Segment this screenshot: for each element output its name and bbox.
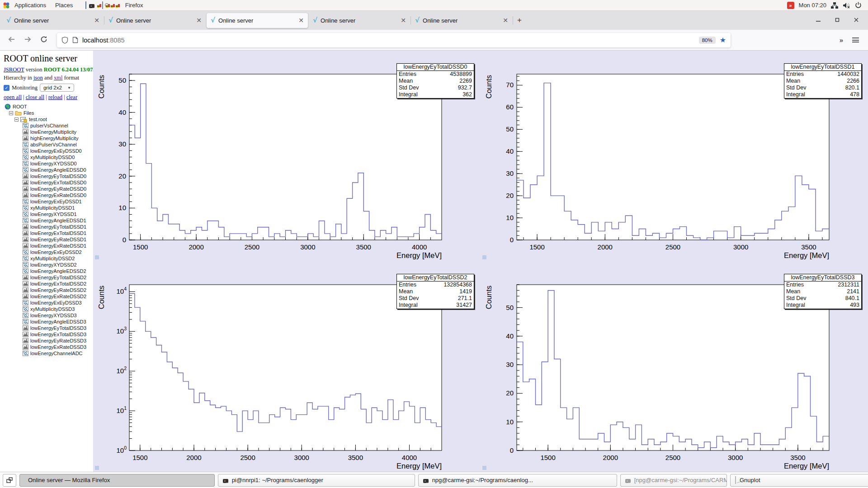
collapse-expander[interactable]	[9, 111, 13, 115]
tab-close-icon[interactable]: ✕	[401, 17, 406, 23]
tree-item-lowEnergyEyRateDSSD0[interactable]: lowEnergyEyRateDSSD0	[4, 186, 93, 192]
taskbar-button-5[interactable]: Gnuplot	[730, 474, 868, 487]
page-info-icon[interactable]	[72, 37, 78, 43]
action-open-all[interactable]: open all	[4, 94, 22, 100]
shield-icon[interactable]	[61, 37, 68, 44]
tree-item-lowEnergyExRateDSSD0[interactable]: lowEnergyExRateDSSD0	[4, 192, 93, 198]
page-zoom-indicator[interactable]: 80%	[699, 37, 716, 44]
tab-online-server-4[interactable]: √Online server✕	[309, 13, 410, 28]
tree-item-test-root[interactable]: test.root	[4, 116, 93, 122]
window-maximize-button[interactable]	[835, 17, 840, 23]
tree-item-files[interactable]: Files	[4, 110, 93, 116]
tree-item-absPulserVsChannel[interactable]: absPulserVsChannel	[4, 141, 93, 148]
tree-item-lowEnergyEyRateDSSD1[interactable]: lowEnergyEyRateDSSD1	[4, 236, 93, 243]
plot-panel-lowEnergyEyTotalDSSD3[interactable]: 1500200025003000350001020304050Energy [M…	[481, 261, 868, 472]
tab-close-icon[interactable]: ✕	[503, 17, 508, 23]
taskbar-button-2[interactable]: ›_pi@nnrpi1: ~/Programs/caenlogger	[218, 474, 415, 487]
tree-item-lowEnergyExTotalDSSD2[interactable]: lowEnergyExTotalDSSD2	[4, 281, 93, 287]
tree-item-lowEnergyEyRateDSSD3[interactable]: lowEnergyEyRateDSSD3	[4, 338, 93, 344]
action-reload[interactable]: reload	[48, 94, 62, 100]
tab-close-icon[interactable]: ✕	[196, 17, 202, 23]
tree-item-lowEnergyEyTotalDSSD1[interactable]: lowEnergyEyTotalDSSD1	[4, 224, 93, 230]
tree-item-pulserVsChannel[interactable]: pulserVsChannel	[4, 122, 93, 129]
tree-item-lowEnergyExRateDSSD2[interactable]: lowEnergyExRateDSSD2	[4, 293, 93, 300]
taskbar-button-4[interactable]: ›_[npg@carme-gsi:~/Programs/CARME...	[620, 474, 727, 487]
tree-item-lowEnergyAngleEDSSD2[interactable]: lowEnergyAngleEDSSD2	[4, 268, 93, 274]
action-close-all[interactable]: close all	[26, 94, 44, 100]
tree-item-xyMultiplicityDSSD2[interactable]: xyMultiplicityDSSD2	[4, 255, 93, 262]
tree-item-lowEnergyEyTotalDSSD0[interactable]: lowEnergyEyTotalDSSD0	[4, 173, 93, 179]
new-tab-button[interactable]: +	[513, 14, 526, 27]
tree-item-lowEnergyExTotalDSSD0[interactable]: lowEnergyExTotalDSSD0	[4, 179, 93, 186]
action-clear[interactable]: clear	[66, 94, 77, 100]
layout-select[interactable]: grid 2x2▼	[40, 84, 74, 92]
tree-item-lowEnergyExTotalDSSD1[interactable]: lowEnergyExTotalDSSD1	[4, 230, 93, 236]
pad-resize-handle[interactable]	[95, 466, 99, 470]
tab-close-icon[interactable]: ✕	[94, 17, 99, 23]
tab-online-server-3[interactable]: √Online server✕	[207, 13, 308, 28]
tree-item-lowEnergyXYDSSD1[interactable]: lowEnergyXYDSSD1	[4, 211, 93, 217]
window-list-icon[interactable]	[3, 474, 16, 487]
overflow-chevrons-icon[interactable]: »	[840, 36, 843, 44]
plot-panel-lowEnergyEyTotalDSSD1[interactable]: 15002000250030003500010203040506070Energ…	[481, 51, 868, 261]
collapse-expander[interactable]	[14, 117, 19, 122]
tree-item-lowEnergyExEyDSSD3[interactable]: lowEnergyExEyDSSD3	[4, 300, 93, 306]
menu-applications[interactable]: Applications	[10, 0, 51, 10]
tree-item-lowEnergyXYDSSD0[interactable]: lowEnergyXYDSSD0	[4, 160, 93, 167]
back-button[interactable]	[5, 36, 18, 45]
window-minimize-button[interactable]	[816, 17, 821, 23]
pad-resize-handle[interactable]	[95, 255, 99, 259]
tree-item-lowEnergyAngleEDSSD0[interactable]: lowEnergyAngleEDSSD0	[4, 167, 93, 173]
power-icon[interactable]	[855, 2, 862, 9]
tree-item-lowEnergyExTotalDSSD3[interactable]: lowEnergyExTotalDSSD3	[4, 331, 93, 338]
menu-places[interactable]: Places	[51, 0, 77, 10]
tab-online-server-2[interactable]: √Online server✕	[104, 13, 206, 28]
plot-panel-lowEnergyEyTotalDSSD0[interactable]: 15002000250030003500400001020304050Energ…	[93, 51, 481, 261]
tree-item-lowEnergyExRateDSSD3[interactable]: lowEnergyExRateDSSD3	[4, 344, 93, 350]
pad-resize-handle[interactable]	[482, 255, 486, 259]
midas-icon[interactable]: M	[111, 2, 113, 9]
tree-item-lowEnergyExEyDSSD0[interactable]: lowEnergyExEyDSSD0	[4, 148, 93, 154]
tree-item-lowEnergyMultiplicity[interactable]: lowEnergyMultiplicity	[4, 129, 93, 135]
screenshot-tool-icon[interactable]	[102, 2, 103, 9]
json-link[interactable]: json	[33, 75, 43, 81]
tree-item-lowEnergyEyRateDSSD2[interactable]: lowEnergyEyRateDSSD2	[4, 287, 93, 293]
pad-resize-handle[interactable]	[482, 466, 486, 470]
window-close-button[interactable]	[854, 17, 859, 23]
network-icon[interactable]	[831, 2, 838, 9]
midas-icon[interactable]: M	[116, 2, 118, 9]
forward-button[interactable]	[21, 36, 34, 45]
tree-item-lowEnergyAngleEDSSD1[interactable]: lowEnergyAngleEDSSD1	[4, 217, 93, 224]
tree-item-highEnergyMultiplicity[interactable]: highEnergyMultiplicity	[4, 135, 93, 141]
tree-item-xyMultiplicityDSSD1[interactable]: xyMultiplicityDSSD1	[4, 205, 93, 211]
tab-online-server-1[interactable]: √Online server✕	[2, 13, 104, 28]
tree-item-lowEnergyExEyDSSD1[interactable]: lowEnergyExEyDSSD1	[4, 198, 93, 205]
tree-item-lowEnergyEyTotalDSSD2[interactable]: lowEnergyEyTotalDSSD2	[4, 274, 93, 281]
tree-item-root[interactable]: ROOT	[4, 103, 93, 110]
volume-muted-icon[interactable]	[843, 2, 850, 9]
tree-item-lowEnergyExRateDSSD1[interactable]: lowEnergyExRateDSSD1	[4, 243, 93, 249]
plot-panel-lowEnergyEyTotalDSSD2[interactable]: 150020002500300035004000100101102103104E…	[93, 261, 481, 472]
tab-close-icon[interactable]: ✕	[298, 17, 304, 23]
monitoring-checkbox[interactable]: ✓	[4, 85, 9, 91]
clock[interactable]: Mon 07:20	[799, 2, 826, 9]
tree-item-lowEnergyAngleEDSSD3[interactable]: lowEnergyAngleEDSSD3	[4, 319, 93, 325]
url-bar[interactable]: localhost:8085 80% ★	[57, 33, 731, 47]
hamburger-menu-icon[interactable]	[852, 38, 859, 42]
url-text[interactable]: localhost:8085	[82, 37, 125, 44]
bookmark-star-icon[interactable]: ★	[720, 36, 726, 44]
taskbar-button-1[interactable]: Online server — Mozilla Firefox	[19, 474, 215, 487]
tree-item-lowEnergyChannelADC[interactable]: lowEnergyChannelADC	[4, 350, 93, 357]
taskbar-button-3[interactable]: ›_npg@carme-gsi:~/Programs/caenlog...	[418, 474, 617, 487]
jsroot-link[interactable]: JSROOT	[4, 66, 24, 73]
tree-item-lowEnergyXYDSSD2[interactable]: lowEnergyXYDSSD2	[4, 262, 93, 268]
midas-icon[interactable]: M	[97, 2, 99, 9]
tree-item-xyMultiplicityDSSD0[interactable]: xyMultiplicityDSSD0	[4, 154, 93, 160]
tree-item-xyMultiplicityDSSD3[interactable]: xyMultiplicityDSSD3	[4, 306, 93, 312]
tree-item-lowEnergyXYDSSD3[interactable]: lowEnergyXYDSSD3	[4, 312, 93, 319]
notification-tray-icon[interactable]: »	[787, 2, 794, 9]
terminal-icon[interactable]: ›_	[89, 2, 94, 9]
xml-link[interactable]: xml	[54, 75, 62, 81]
tree-item-lowEnergyExEyDSSD2[interactable]: lowEnergyExEyDSSD2	[4, 249, 93, 255]
tree-item-lowEnergyEyTotalDSSD3[interactable]: lowEnergyEyTotalDSSD3	[4, 325, 93, 331]
